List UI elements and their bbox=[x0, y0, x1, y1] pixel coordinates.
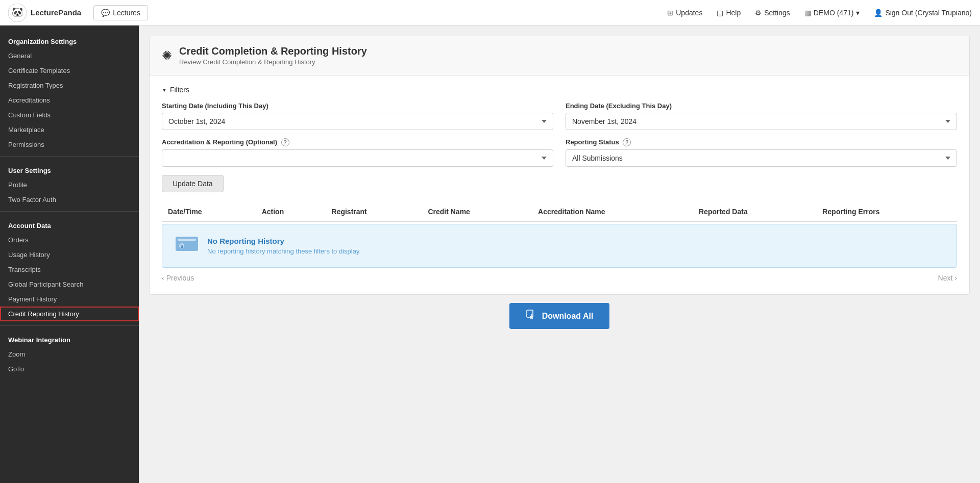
pagination: ‹ Previous Next › bbox=[162, 268, 957, 284]
reporting-status-group: Reporting Status ? All Submissions bbox=[566, 138, 957, 167]
main-content: ✺ Credit Completion & Reporting History … bbox=[139, 26, 980, 483]
accreditation-group: Accreditation & Reporting (Optional) ? bbox=[162, 138, 553, 167]
sidebar-item-credit-reporting-history[interactable]: Credit Reporting History bbox=[0, 307, 139, 321]
updates-icon: ⊞ bbox=[667, 9, 673, 17]
col-action: Action bbox=[256, 202, 326, 221]
sidebar-item-accreditations[interactable]: Accreditations bbox=[0, 93, 139, 108]
layout: Organization Settings General Certificat… bbox=[0, 26, 980, 483]
filters-toggle[interactable]: ▼ Filters bbox=[162, 86, 957, 94]
help-link[interactable]: ▤ Help bbox=[717, 9, 741, 17]
reporting-status-select[interactable]: All Submissions bbox=[566, 149, 957, 167]
empty-title: No Reporting History bbox=[207, 237, 361, 245]
card-header-icon: ✺ bbox=[162, 48, 172, 63]
sidebar-item-custom-fields[interactable]: Custom Fields bbox=[0, 108, 139, 122]
filters-section: ▼ Filters Starting Date (Including This … bbox=[162, 86, 957, 192]
help-icon: ▤ bbox=[717, 9, 723, 17]
filters-grid: Starting Date (Including This Day) Octob… bbox=[162, 102, 957, 167]
col-datetime: Date/Time bbox=[162, 202, 256, 221]
card-body: ▼ Filters Starting Date (Including This … bbox=[150, 75, 969, 294]
previous-button: ‹ Previous bbox=[162, 274, 194, 282]
sidebar-item-general[interactable]: General bbox=[0, 48, 139, 63]
ending-date-group: Ending Date (Excluding This Day) Novembe… bbox=[566, 102, 957, 130]
logo-text: LecturePanda bbox=[31, 8, 81, 17]
settings-link[interactable]: ⚙ Settings bbox=[755, 9, 790, 17]
user-icon: 👤 bbox=[874, 9, 883, 17]
top-nav-right: ⊞ Updates ▤ Help ⚙ Settings ▦ DEMO (471)… bbox=[667, 9, 972, 17]
content-card: ✺ Credit Completion & Reporting History … bbox=[149, 36, 970, 295]
update-data-button[interactable]: Update Data bbox=[162, 175, 224, 192]
lectures-label: Lectures bbox=[113, 9, 140, 17]
lectures-icon: 💬 bbox=[101, 9, 110, 17]
sidebar-item-goto[interactable]: GoTo bbox=[0, 362, 139, 376]
previous-icon: ‹ bbox=[162, 274, 164, 282]
sidebar-section-webinar: Webinar Integration bbox=[0, 330, 139, 347]
sidebar: Organization Settings General Certificat… bbox=[0, 26, 139, 483]
settings-icon: ⚙ bbox=[755, 9, 762, 17]
sidebar-item-permissions[interactable]: Permissions bbox=[0, 137, 139, 152]
page-subtitle: Review Credit Completion & Reporting His… bbox=[179, 58, 367, 66]
accreditation-label: Accreditation & Reporting (Optional) ? bbox=[162, 138, 553, 146]
next-icon: › bbox=[954, 274, 957, 282]
lectures-button[interactable]: 💬 Lectures bbox=[93, 5, 148, 20]
sidebar-item-certificate-templates[interactable]: Certificate Templates bbox=[0, 63, 139, 78]
empty-text: No Reporting History No reporting histor… bbox=[207, 237, 361, 255]
sidebar-item-usage-history[interactable]: Usage History bbox=[0, 247, 139, 262]
empty-state: $ No Reporting History No reporting hist… bbox=[162, 224, 957, 268]
sidebar-item-registration-types[interactable]: Registration Types bbox=[0, 78, 139, 93]
filters-label: Filters bbox=[170, 86, 189, 94]
logo[interactable]: 🐼 LecturePanda bbox=[8, 4, 81, 22]
download-all-button[interactable]: Download All bbox=[509, 303, 610, 329]
starting-date-select[interactable]: October 1st, 2024 bbox=[162, 113, 553, 130]
demo-chevron-icon: ▾ bbox=[856, 9, 860, 17]
signout-button[interactable]: 👤 Sign Out (Crystal Trupiano) bbox=[874, 9, 972, 17]
demo-button[interactable]: ▦ DEMO (471) ▾ bbox=[804, 9, 860, 17]
sidebar-item-profile[interactable]: Profile bbox=[0, 177, 139, 192]
sidebar-item-payment-history[interactable]: Payment History bbox=[0, 292, 139, 307]
updates-link[interactable]: ⊞ Updates bbox=[667, 9, 702, 17]
card-header: ✺ Credit Completion & Reporting History … bbox=[150, 36, 969, 75]
starting-date-group: Starting Date (Including This Day) Octob… bbox=[162, 102, 553, 130]
download-icon bbox=[526, 309, 537, 323]
sidebar-item-two-factor-auth[interactable]: Two Factor Auth bbox=[0, 192, 139, 207]
previous-label: Previous bbox=[166, 274, 194, 282]
col-accreditation-name: Accreditation Name bbox=[532, 202, 693, 221]
sidebar-item-marketplace[interactable]: Marketplace bbox=[0, 122, 139, 137]
sidebar-section-org: Organization Settings bbox=[0, 32, 139, 48]
sidebar-section-user: User Settings bbox=[0, 161, 139, 177]
card-header-text: Credit Completion & Reporting History Re… bbox=[179, 45, 367, 66]
top-nav: 🐼 LecturePanda 💬 Lectures ⊞ Updates ▤ He… bbox=[0, 0, 980, 26]
sidebar-item-global-participant-search[interactable]: Global Participant Search bbox=[0, 277, 139, 292]
ending-date-select[interactable]: November 1st, 2024 bbox=[566, 113, 957, 130]
next-label: Next bbox=[938, 274, 953, 282]
col-reporting-errors: Reporting Errors bbox=[816, 202, 957, 221]
ending-date-label: Ending Date (Excluding This Day) bbox=[566, 102, 957, 110]
sidebar-section-account: Account Data bbox=[0, 216, 139, 233]
col-registrant: Registrant bbox=[326, 202, 422, 221]
next-button: Next › bbox=[938, 274, 957, 282]
accreditation-select[interactable] bbox=[162, 149, 553, 167]
svg-text:🐼: 🐼 bbox=[12, 7, 23, 18]
sidebar-item-orders[interactable]: Orders bbox=[0, 233, 139, 247]
empty-icon: $ bbox=[175, 235, 199, 257]
svg-rect-3 bbox=[178, 239, 196, 241]
svg-text:$: $ bbox=[180, 244, 183, 249]
page-title: Credit Completion & Reporting History bbox=[179, 45, 367, 57]
reporting-status-label: Reporting Status ? bbox=[566, 138, 957, 146]
download-label: Download All bbox=[542, 312, 594, 321]
sidebar-item-zoom[interactable]: Zoom bbox=[0, 347, 139, 362]
demo-icon: ▦ bbox=[804, 9, 811, 17]
col-credit-name: Credit Name bbox=[422, 202, 532, 221]
filters-chevron-icon: ▼ bbox=[162, 87, 167, 93]
empty-message: No reporting history matching these filt… bbox=[207, 247, 361, 255]
accreditation-help-icon[interactable]: ? bbox=[281, 138, 289, 146]
starting-date-label: Starting Date (Including This Day) bbox=[162, 102, 553, 110]
sidebar-item-transcripts[interactable]: Transcripts bbox=[0, 262, 139, 277]
download-section: Download All bbox=[149, 295, 970, 333]
col-reported-data: Reported Data bbox=[693, 202, 816, 221]
reporting-status-help-icon[interactable]: ? bbox=[623, 138, 631, 146]
data-table: Date/Time Action Registrant Credit Name … bbox=[162, 202, 957, 268]
